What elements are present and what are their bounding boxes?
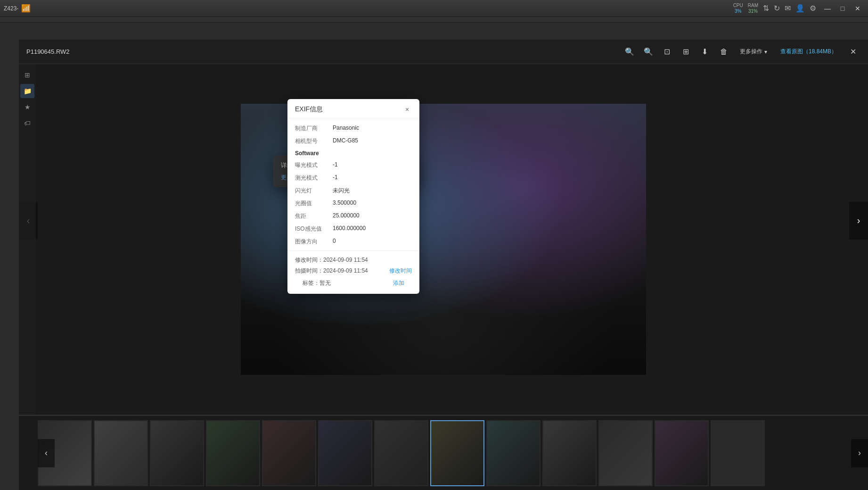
exif-key-flash: 闪光灯 bbox=[295, 187, 333, 195]
exif-row-iso: ISO感光值 1600.000000 bbox=[287, 223, 419, 235]
photo-toolbar: P1190645.RW2 🔍 🔍 ⊡ ⊞ ⬇ 🗑 更多操作 ▾ 查看原图（18.… bbox=[19, 40, 868, 64]
exif-tag-label: 标签：暂无 bbox=[303, 279, 331, 287]
app-name: Z423- bbox=[4, 5, 18, 12]
exif-title: EXIF信息 bbox=[295, 105, 323, 114]
refresh-icon[interactable]: ↻ bbox=[774, 4, 780, 13]
exif-val-metering: -1 bbox=[333, 174, 412, 182]
wifi-icon: 📶 bbox=[21, 4, 31, 13]
more-ops-label: 更多操作 bbox=[740, 48, 762, 56]
sidebar-folder-icon[interactable]: 📁 bbox=[20, 84, 34, 98]
delete-btn[interactable]: 🗑 bbox=[716, 44, 731, 59]
ram-value: 31% bbox=[748, 8, 758, 14]
exif-row-focal: 焦距 25.000000 bbox=[287, 210, 419, 223]
strip-nav-left-btn[interactable]: ‹ bbox=[38, 439, 55, 467]
exif-shoot-time-label: 拍摄时间：2024-09-09 11:54 bbox=[295, 267, 368, 275]
strip-nav-right-btn[interactable]: › bbox=[851, 439, 868, 467]
view-original-label: 查看原图（18.84MB） bbox=[780, 48, 837, 56]
exif-body: 制造厂商 Panasonic 相机型号 DMC-G85 Software 曝光模… bbox=[287, 118, 419, 250]
sort-icon[interactable]: ⇅ bbox=[763, 4, 769, 13]
ram-label: RAM bbox=[748, 3, 758, 8]
exif-row-model: 相机型号 DMC-G85 bbox=[287, 135, 419, 148]
exif-key-focal: 焦距 bbox=[295, 212, 333, 220]
exif-val-exposure: -1 bbox=[333, 161, 412, 169]
photo-nav-right-btn[interactable]: › bbox=[849, 202, 868, 240]
taskbar-right: CPU 3% RAM 31% ⇅ ↻ ✉ 👤 ⚙ — □ ✕ bbox=[733, 2, 864, 15]
chevron-down-icon: ▾ bbox=[764, 49, 767, 55]
exif-row-orientation: 图像方向 0 bbox=[287, 235, 419, 248]
thumbnail-9[interactable] bbox=[486, 420, 540, 486]
exif-add-tag-btn[interactable]: 添加 bbox=[393, 279, 404, 287]
thumbnail-2[interactable] bbox=[94, 420, 148, 486]
more-ops-btn[interactable]: 更多操作 ▾ bbox=[735, 45, 772, 59]
ram-block: RAM 31% bbox=[748, 3, 758, 14]
zoom-out-btn[interactable]: 🔍 bbox=[641, 44, 656, 59]
thumbnail-11[interactable] bbox=[598, 420, 653, 486]
exif-key-software: Software bbox=[295, 150, 333, 157]
thumbnail-7[interactable] bbox=[374, 420, 428, 486]
exif-key-manufacturer: 制造厂商 bbox=[295, 125, 333, 133]
exif-modify-time-label: 修改时间：2024-09-09 11:54 bbox=[295, 256, 368, 264]
sidebar-tag-icon[interactable]: 🏷 bbox=[20, 116, 34, 130]
exif-val-model: DMC-G85 bbox=[333, 137, 412, 145]
exif-val-aperture: 3.500000 bbox=[333, 199, 412, 208]
exif-key-metering: 测光模式 bbox=[295, 174, 333, 182]
thumbnail-3[interactable] bbox=[150, 420, 204, 486]
exif-val-orientation: 0 bbox=[333, 238, 412, 246]
exif-tag-row: 标签：暂无 添加 bbox=[295, 276, 412, 290]
thumbnail-12[interactable] bbox=[655, 420, 709, 486]
exif-key-iso: ISO感光值 bbox=[295, 225, 333, 233]
zoom-in-btn[interactable]: 🔍 bbox=[622, 44, 637, 59]
exif-key-model: 相机型号 bbox=[295, 137, 333, 145]
exif-key-aperture: 光圈值 bbox=[295, 199, 333, 208]
exif-val-flash: 未闪光 bbox=[333, 187, 412, 195]
cpu-label: CPU bbox=[733, 3, 743, 8]
cpu-ram-block: CPU 3% bbox=[733, 3, 743, 14]
exif-val-manufacturer: Panasonic bbox=[333, 125, 412, 133]
thumbnail-5[interactable] bbox=[262, 420, 316, 486]
exif-row-manufacturer: 制造厂商 Panasonic bbox=[287, 122, 419, 135]
exif-row-aperture: 光圈值 3.500000 bbox=[287, 197, 419, 210]
mail-icon[interactable]: ✉ bbox=[785, 4, 791, 13]
exif-row-software: Software bbox=[287, 148, 419, 159]
exif-shoot-time-row: 拍摄时间：2024-09-09 11:54 修改时间 bbox=[295, 266, 412, 276]
photo-area bbox=[19, 64, 868, 415]
thumbnail-8[interactable] bbox=[430, 420, 484, 486]
taskbar-left: Z423- 📶 bbox=[4, 4, 31, 13]
thumbnail-strip: ‹ › bbox=[19, 415, 868, 490]
view-original-btn[interactable]: 查看原图（18.84MB） bbox=[776, 45, 842, 59]
exif-val-focal: 25.000000 bbox=[333, 212, 412, 220]
exif-row-metering: 测光模式 -1 bbox=[287, 172, 419, 184]
thumbnail-4[interactable] bbox=[206, 420, 260, 486]
grid-btn[interactable]: ⊞ bbox=[679, 44, 694, 59]
photo-filename: P1190645.RW2 bbox=[26, 48, 70, 55]
chevron-right-icon: › bbox=[857, 215, 860, 226]
exif-row-xres: X分辨率 bbox=[287, 248, 419, 250]
exif-footer: 修改时间：2024-09-09 11:54 拍摄时间：2024-09-09 11… bbox=[287, 250, 419, 294]
thumbnail-6[interactable] bbox=[318, 420, 372, 486]
download-btn[interactable]: ⬇ bbox=[697, 44, 712, 59]
settings-icon[interactable]: ⚙ bbox=[810, 4, 816, 13]
fit-btn[interactable]: ⊡ bbox=[660, 44, 675, 59]
taskbar-maximize-btn[interactable]: □ bbox=[836, 2, 849, 15]
taskbar-minimize-btn[interactable]: — bbox=[821, 2, 834, 15]
photo-close-btn[interactable]: ✕ bbox=[845, 44, 860, 59]
exif-close-btn[interactable]: × bbox=[402, 105, 412, 114]
exif-dialog: EXIF信息 × 制造厂商 Panasonic 相机型号 DMC-G85 Sof… bbox=[287, 99, 419, 294]
thumbnail-13[interactable] bbox=[711, 420, 765, 486]
sidebar-gallery-icon[interactable]: ⊞ bbox=[20, 68, 34, 82]
thumbnail-10[interactable] bbox=[542, 420, 597, 486]
exif-row-flash: 闪光灯 未闪光 bbox=[287, 184, 419, 197]
exif-header: EXIF信息 × bbox=[287, 99, 419, 118]
user-icon[interactable]: 👤 bbox=[795, 4, 805, 13]
cpu-value: 3% bbox=[735, 8, 741, 14]
left-sidebar: ⊞ 📁 ★ 🏷 bbox=[19, 64, 36, 415]
exif-modify-time-row: 修改时间：2024-09-09 11:54 bbox=[295, 255, 412, 266]
sidebar-star-icon[interactable]: ★ bbox=[20, 100, 34, 114]
taskbar-close-btn[interactable]: ✕ bbox=[851, 2, 864, 15]
taskbar: Z423- 📶 CPU 3% RAM 31% ⇅ ↻ ✉ 👤 ⚙ — □ ✕ bbox=[0, 0, 868, 17]
exif-modify-time-btn[interactable]: 修改时间 bbox=[389, 267, 412, 275]
exif-val-iso: 1600.000000 bbox=[333, 225, 412, 233]
exif-key-exposure: 曝光模式 bbox=[295, 161, 333, 169]
exif-val-software bbox=[333, 150, 412, 157]
exif-row-exposure: 曝光模式 -1 bbox=[287, 159, 419, 172]
